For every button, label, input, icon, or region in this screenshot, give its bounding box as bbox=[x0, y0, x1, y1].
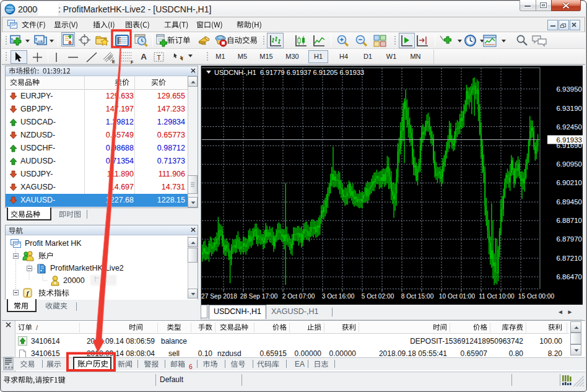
svg-text:27 Sep 2018: 27 Sep 2018 bbox=[201, 293, 237, 300]
svg-text:F: F bbox=[131, 60, 134, 64]
svg-text:6.86470: 6.86470 bbox=[556, 273, 582, 281]
svg-text:6.88710: 6.88710 bbox=[556, 217, 582, 224]
svg-text:28 Sep 17:00: 28 Sep 17:00 bbox=[240, 293, 278, 300]
svg-text:8 Oct 15:00: 8 Oct 15:00 bbox=[401, 293, 434, 300]
svg-text:2 Oct 07:00: 2 Oct 07:00 bbox=[282, 293, 315, 300]
svg-text:10 Oct 01:00: 10 Oct 01:00 bbox=[439, 293, 476, 300]
svg-text:15 Oct 00:00: 15 Oct 00:00 bbox=[518, 293, 555, 300]
svg-text:3 Oct 16:00: 3 Oct 16:00 bbox=[322, 293, 355, 300]
svg-text:6.90950: 6.90950 bbox=[556, 160, 582, 168]
svg-text:T: T bbox=[157, 54, 161, 61]
svg-text:6.93190: 6.93190 bbox=[556, 105, 582, 112]
svg-text:11 Oct 10:00: 11 Oct 10:00 bbox=[479, 293, 515, 300]
svg-text:6.87210: 6.87210 bbox=[556, 255, 582, 262]
svg-text:6.87970: 6.87970 bbox=[556, 235, 582, 243]
svg-text:E: E bbox=[112, 59, 115, 64]
svg-text:6.90210: 6.90210 bbox=[556, 179, 582, 186]
svg-text:6.89450: 6.89450 bbox=[556, 198, 582, 206]
svg-text:PROFIT: PROFIT bbox=[6, 9, 14, 12]
svg-text:6.93950: 6.93950 bbox=[556, 85, 582, 93]
svg-text:USDCNH-,H1 6.91779 6.91937 6.: USDCNH-,H1 6.91779 6.91937 6.91205 6.919… bbox=[214, 69, 364, 76]
svg-text:5 Oct 02:00: 5 Oct 02:00 bbox=[362, 293, 394, 300]
svg-text:6.91933: 6.91933 bbox=[556, 136, 582, 144]
svg-text:6.92450: 6.92450 bbox=[556, 123, 582, 131]
